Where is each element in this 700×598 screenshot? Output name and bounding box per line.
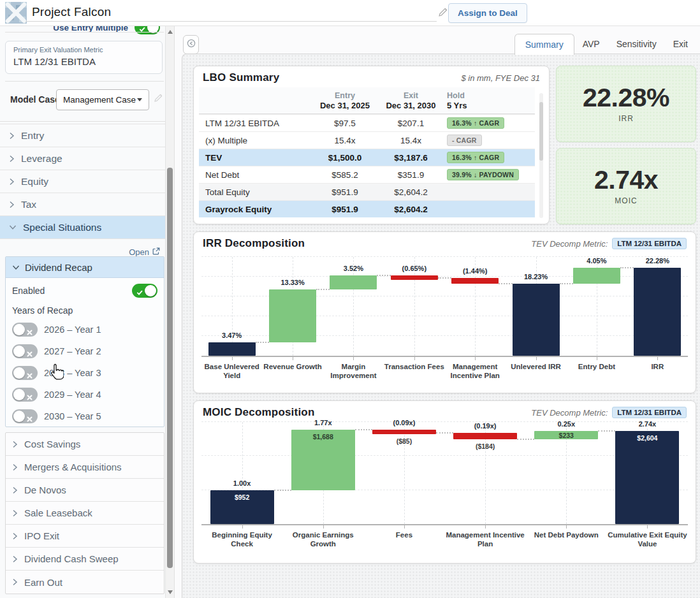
model-case-label: Model Case xyxy=(10,94,60,105)
entry-value: $1,500.0 xyxy=(312,153,377,163)
cagr-badge: - CAGR xyxy=(447,135,482,146)
year-2026-toggle[interactable] xyxy=(12,323,38,337)
enabled-label: Enabled xyxy=(12,286,45,296)
year-row: 2029 – Year 4 xyxy=(12,384,157,405)
table-row: TEV $1,500.0 $3,187.6 16.3% ↑ CAGR xyxy=(199,149,535,166)
x-axis-category-label: Margin Improvement xyxy=(323,357,384,381)
year-label: 2029 – Year 4 xyxy=(44,390,101,400)
row-label: TEV xyxy=(205,153,312,163)
year-2027-toggle[interactable] xyxy=(12,344,38,358)
irr-chart-title: IRR Decomposition xyxy=(203,237,305,250)
tab-summary[interactable]: Summary xyxy=(514,34,574,55)
moic-card: 2.74x MOIC xyxy=(556,148,696,224)
year-2028-toggle[interactable] xyxy=(12,366,38,380)
assign-to-deal-button[interactable]: Assign to Deal xyxy=(448,3,527,23)
waterfall-connector xyxy=(438,277,451,279)
x-icon xyxy=(27,413,33,425)
tev-decomp-metric-badge[interactable]: LTM 12/31 EBITDA xyxy=(612,407,687,418)
x-axis-category-label: Entry Debt xyxy=(566,357,627,381)
table-row: Total Equity $951.9 $2,604.2 xyxy=(199,183,535,200)
tab-exit[interactable]: Exit xyxy=(665,34,696,54)
bar-value-label: 22.28% xyxy=(627,257,688,265)
year-2029-toggle[interactable] xyxy=(12,388,38,402)
year-label: 2026 – Year 1 xyxy=(44,325,101,335)
entry-value: $951.9 xyxy=(312,187,377,197)
open-special-situations-link[interactable]: Open xyxy=(129,247,160,257)
year-2030-toggle[interactable] xyxy=(12,409,38,423)
edit-title-pencil-icon[interactable] xyxy=(438,7,448,20)
sidebar-item-ipo-exit[interactable]: IPO Exit xyxy=(6,525,164,548)
sidebar-item-equity[interactable]: Equity xyxy=(0,170,175,193)
sidebar-item-sale-leaseback[interactable]: Sale Leaseback xyxy=(6,502,164,525)
sidebar-item-special-situations[interactable]: Special Situations xyxy=(0,216,175,239)
primary-exit-metric-label: Primary Exit Valuation Metric xyxy=(13,46,154,54)
bar-value-label: (1.44%) xyxy=(445,267,506,275)
sidebar-item-mergers-acquisitions[interactable]: Mergers & Acquisitions xyxy=(6,456,164,479)
special-situations-subsections: Cost Savings Mergers & Acquisitions De N… xyxy=(5,432,164,594)
sidebar-collapse-handle[interactable] xyxy=(183,35,199,54)
sidebar-item-label: Sale Leaseback xyxy=(24,507,92,518)
axis-tick xyxy=(597,357,597,360)
primary-exit-metric-box: Primary Exit Valuation Metric LTM 12/31 … xyxy=(5,41,163,74)
table-scrollbar-thumb[interactable] xyxy=(539,102,543,161)
column-subheader: Dec 31, 2030 xyxy=(386,101,435,110)
bar-value-label: 1.00x xyxy=(201,479,282,487)
moic-chart-title: MOIC Decomposition xyxy=(203,406,315,419)
sidebar-item-label: Earn Out xyxy=(24,577,62,588)
moic-chart-axis-labels: Beginning Equity CheckOrganic Earnings G… xyxy=(201,525,688,549)
bar-dollar-label: $233 xyxy=(526,432,607,439)
scrollbar-up-arrow[interactable] xyxy=(168,30,173,34)
bar-dollar-label: ($85) xyxy=(363,437,444,445)
bar-dollar-label: $952 xyxy=(201,493,282,501)
bar-value-label: (0.09x) xyxy=(363,419,444,427)
model-case-select[interactable]: Management Case xyxy=(56,89,149,110)
paydown-badge: 39.9% ↓ PAYDOWN xyxy=(447,169,519,180)
scrollbar-down-arrow[interactable] xyxy=(168,590,173,594)
bar-value-label: 3.52% xyxy=(323,265,384,272)
x-axis-category-label: IRR xyxy=(627,357,688,381)
scrollbar-thumb[interactable] xyxy=(167,168,173,568)
waterfall-bar xyxy=(615,431,679,524)
entry-value: $951.9 xyxy=(312,205,377,214)
waterfall-connector xyxy=(560,283,573,284)
dividend-recap-header[interactable]: Dividend Recap xyxy=(6,257,164,278)
waterfall-connector xyxy=(620,267,634,268)
sidebar-item-dividend-cash-sweep[interactable]: Dividend Cash Sweep xyxy=(6,548,164,571)
irr-label: IRR xyxy=(618,114,634,123)
sidebar-item-cost-savings[interactable]: Cost Savings xyxy=(6,433,164,456)
sidebar-item-tax[interactable]: Tax xyxy=(0,193,175,216)
bar-value-label: 18.23% xyxy=(506,273,566,281)
waterfall-connector xyxy=(316,289,330,290)
tab-avp[interactable]: AVP xyxy=(574,34,608,54)
sidebar-item-de-novos[interactable]: De Novos xyxy=(6,479,164,502)
app-logo-icon xyxy=(5,2,27,26)
sidebar-item-label: De Novos xyxy=(24,485,66,495)
use-entry-multiple-toggle[interactable] xyxy=(135,26,160,34)
axis-tick xyxy=(404,525,405,529)
column-header: Entry xyxy=(335,91,355,100)
moic-decomposition-panel: MOIC Decomposition TEV Decomp Metric: LT… xyxy=(193,400,696,564)
sidebar-item-entry[interactable]: Entry xyxy=(0,124,175,147)
waterfall-bar xyxy=(451,278,499,284)
waterfall-connector xyxy=(377,275,390,276)
year-row: 2026 – Year 1 xyxy=(12,319,157,340)
units-note: $ in mm, FYE Dec 31 xyxy=(461,73,540,83)
chevron-right-icon xyxy=(12,578,18,586)
tab-sensitivity[interactable]: Sensitivity xyxy=(608,34,665,54)
v-gridline xyxy=(232,257,233,356)
sidebar-scrollbar[interactable] xyxy=(165,26,174,598)
tev-decomp-metric-badge[interactable]: LTM 12/31 EBITDA xyxy=(612,238,687,249)
bar-value-label: 4.05% xyxy=(566,257,627,265)
model-case-edit-pencil-icon[interactable] xyxy=(154,93,163,105)
table-row: Net Debt $585.2 $351.9 39.9% ↓ PAYDOWN xyxy=(199,166,535,183)
sidebar-item-leverage[interactable]: Leverage xyxy=(0,147,175,170)
dividend-recap-enabled-toggle[interactable] xyxy=(132,284,157,298)
table-row: Grayrock Equity $951.9 $2,604.2 xyxy=(199,200,535,217)
irr-value: 22.28% xyxy=(583,85,669,111)
table-scrollbar[interactable] xyxy=(539,93,543,218)
sidebar-item-earn-out[interactable]: Earn Out xyxy=(6,571,164,594)
top-bar: Project Falcon Assign to Deal xyxy=(0,0,700,26)
cagr-badge: 16.3% ↑ CAGR xyxy=(447,152,504,163)
year-row: 2030 – Year 5 xyxy=(12,405,157,427)
chevron-right-icon xyxy=(9,132,15,140)
